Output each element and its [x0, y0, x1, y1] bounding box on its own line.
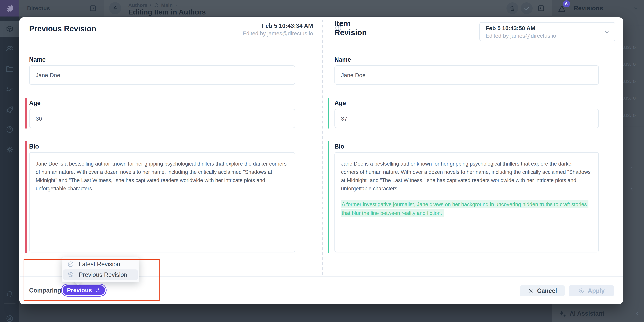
age-field-right: 37	[334, 109, 599, 128]
bio-added-text: A former investigative journalist, Jane …	[341, 200, 592, 218]
cancel-button[interactable]: Cancel	[520, 285, 565, 296]
divider	[622, 26, 644, 26]
chevron-down-icon	[604, 29, 610, 35]
name-field-left: Jane Doe	[29, 65, 295, 85]
annotation-rectangle	[24, 259, 160, 301]
top-header: Authors • Main Editing Item in Authors	[104, 0, 552, 17]
project-header: Directus	[19, 0, 104, 17]
field-label-name: Name	[334, 56, 351, 64]
field-label-bio: Bio	[334, 143, 344, 150]
arrow-left-icon	[112, 5, 119, 12]
module-bar	[0, 0, 19, 322]
back-button[interactable]	[109, 2, 121, 14]
module-users-icon[interactable]	[0, 41, 19, 56]
revision-item-fragment: tus.io	[622, 95, 636, 101]
previous-revision-title: Previous Revision	[29, 24, 96, 33]
avatar-icon	[5, 314, 14, 322]
field-label-name: Name	[29, 56, 46, 64]
close-icon	[527, 287, 534, 294]
item-revision-title: Item Revision	[334, 19, 367, 37]
field-label-age: Age	[334, 100, 346, 107]
revisions-count-badge: 6	[563, 0, 570, 8]
change-indicator-removed	[26, 141, 27, 253]
revision-item-fragment: tus.io	[622, 112, 636, 118]
module-files-icon[interactable]	[0, 61, 19, 77]
bio-text: Jane Doe is a bestselling author known f…	[341, 160, 592, 193]
revision-item-fragment: tus.io	[622, 61, 636, 67]
notifications-bell-icon[interactable]	[0, 286, 19, 302]
revisions-title: Revisions	[574, 0, 603, 17]
save-button[interactable]	[521, 2, 532, 14]
user-avatar[interactable]	[0, 311, 19, 322]
folder-icon	[6, 65, 14, 73]
change-indicator-added	[328, 98, 330, 129]
collapse-sidebar-icon[interactable]	[89, 4, 97, 12]
divider	[622, 127, 644, 127]
apply-button[interactable]: Apply	[569, 285, 614, 296]
apply-upload-icon	[578, 287, 585, 294]
field-label-age: Age	[29, 100, 40, 107]
field-label-bio: Bio	[29, 143, 39, 150]
screen: Directus Authors • Main Editing Item in …	[0, 0, 644, 322]
chevron-left-icon[interactable]	[628, 186, 635, 193]
box-icon	[6, 25, 14, 33]
project-name: Directus	[27, 0, 50, 17]
delete-button[interactable]	[506, 2, 518, 14]
change-indicator-removed	[26, 98, 27, 129]
trash-icon	[509, 5, 516, 12]
chevron-left-icon[interactable]	[628, 165, 635, 172]
ai-assistant-bar[interactable]: AI Assistant	[552, 305, 644, 322]
panel-divider	[322, 20, 323, 276]
toggle-right-sidebar-icon[interactable]	[535, 2, 547, 14]
name-field-right: Jane Doe	[334, 65, 599, 85]
rocket-icon	[6, 105, 14, 114]
module-help-icon[interactable]	[0, 122, 19, 137]
module-guides-icon[interactable]	[0, 101, 19, 117]
divider	[4, 303, 16, 304]
change-indicator-added	[328, 141, 330, 253]
revision-item-fragment: tus.io	[622, 44, 636, 50]
bio-field-left: Jane Doe is a bestselling author known f…	[29, 152, 295, 252]
version-icon	[154, 2, 159, 8]
module-insights-icon[interactable]	[0, 82, 19, 98]
bio-field-right: Jane Doe is a bestselling author known f…	[334, 152, 599, 252]
revision-selector-dropdown[interactable]: Feb 5 10:43:50 AM Edited by james@direct…	[480, 22, 616, 41]
gear-icon	[6, 145, 14, 154]
revisions-header[interactable]: 6 Revisions	[552, 0, 644, 17]
breadcrumb-version[interactable]: Main	[161, 2, 173, 8]
check-icon	[523, 5, 530, 12]
directus-logo[interactable]	[0, 0, 19, 17]
ai-assistant-label: AI Assistant	[570, 305, 604, 322]
help-icon	[6, 125, 14, 134]
chevron-down-icon[interactable]	[633, 5, 639, 11]
chevron-left-icon[interactable]	[634, 310, 640, 317]
revision-item-fragment: tus.io	[622, 78, 636, 84]
selected-revision-edited-by: Edited by james@directus.io	[486, 33, 556, 39]
selected-revision-timestamp: Feb 5 10:43:50 AM	[486, 25, 535, 32]
insights-icon	[6, 85, 14, 94]
sparkle-icon	[558, 309, 566, 317]
module-content-icon[interactable]	[0, 21, 19, 37]
bell-icon	[6, 290, 14, 298]
users-icon	[6, 44, 14, 53]
breadcrumb[interactable]: Authors • Main	[128, 2, 179, 8]
previous-revision-edited-by: Edited by james@directus.io	[221, 30, 313, 37]
previous-revision-meta: Feb 5 10:43:34 AM Edited by james@direct…	[221, 22, 313, 37]
page-title: Editing Item in Authors	[128, 8, 206, 16]
module-settings-icon[interactable]	[0, 142, 19, 157]
age-field-left: 36	[29, 109, 295, 128]
bio-text: Jane Doe is a bestselling author known f…	[36, 160, 288, 193]
chevron-down-icon	[175, 3, 179, 7]
breadcrumb-collection[interactable]: Authors	[128, 2, 148, 8]
breadcrumb-separator: •	[150, 2, 152, 8]
panel-expand-icon	[537, 4, 545, 12]
previous-revision-timestamp: Feb 5 10:43:34 AM	[221, 22, 313, 30]
